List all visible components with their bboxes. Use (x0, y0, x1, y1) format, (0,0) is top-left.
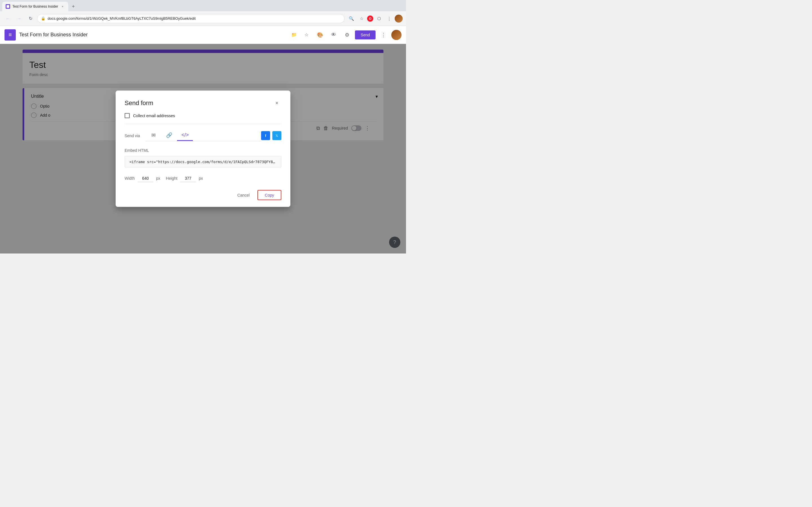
height-group: Height px (166, 174, 203, 182)
tab-title: Test Form for Business Insider (12, 4, 58, 8)
bookmark-icon-button[interactable]: ☆ (357, 14, 366, 23)
send-via-label: Send via (124, 133, 140, 138)
send-form-dialog: Send form × Collect email addresses Send… (116, 91, 290, 207)
forward-icon: → (17, 16, 21, 21)
twitter-share-button[interactable]: 𝕏 (272, 131, 282, 140)
search-icon-button[interactable]: 🔍 (347, 14, 356, 23)
settings-icon-button[interactable]: ⚙ (342, 29, 353, 41)
new-tab-button[interactable]: + (69, 3, 77, 10)
social-icons: f 𝕏 (261, 131, 282, 140)
extensions-icon-button[interactable]: ⬡ (374, 14, 384, 23)
email-icon: ✉ (151, 132, 156, 138)
back-button[interactable]: ← (3, 14, 12, 23)
embed-title: Embed HTML (124, 148, 282, 153)
address-bar[interactable]: 🔒 docs.google.com/forms/d/1rWzGQek_MVKmf… (37, 14, 345, 23)
app-icon: ≡ (4, 29, 16, 41)
facebook-share-button[interactable]: f (261, 131, 270, 140)
more-options-button[interactable]: ⋮ (378, 29, 389, 41)
facebook-icon: f (265, 133, 266, 138)
active-tab[interactable]: Test Form for Business Insider × (2, 2, 68, 11)
cancel-button[interactable]: Cancel (233, 191, 254, 200)
dialog-header: Send form × (124, 99, 282, 108)
send-button[interactable]: Send (355, 31, 375, 40)
dialog-title: Send form (124, 100, 153, 107)
send-via-row: Send via ✉ 🔗 </> f (124, 130, 282, 142)
send-tabs: ✉ 🔗 </> (146, 130, 261, 142)
tab-close-button[interactable]: × (60, 4, 65, 9)
palette-icon-button[interactable]: 🎨 (314, 29, 326, 41)
user-avatar[interactable] (391, 30, 402, 40)
link-icon: 🔗 (166, 132, 172, 138)
collect-email-checkbox[interactable] (124, 113, 130, 118)
address-text: docs.google.com/forms/d/1rWzGQek_MVKmfBL… (48, 16, 341, 20)
width-unit: px (156, 176, 160, 180)
copy-button[interactable]: Copy (257, 190, 282, 200)
close-icon: × (275, 100, 278, 106)
back-icon: ← (6, 16, 10, 21)
app-header: ≡ Test Form for Business Insider 📁 ☆ 🎨 👁… (0, 26, 406, 44)
profile-avatar[interactable] (395, 15, 403, 22)
width-input[interactable] (138, 174, 153, 182)
browser-tabs: Test Form for Business Insider × + (0, 0, 406, 11)
close-dialog-button[interactable]: × (272, 99, 282, 108)
browser-toolbar: ← → ↻ 🔒 docs.google.com/forms/d/1rWzGQek… (0, 11, 406, 26)
height-input[interactable] (180, 174, 196, 182)
browser-frame: Test Form for Business Insider × + ← → ↻… (0, 0, 406, 253)
width-label: Width (124, 176, 135, 180)
send-tab-embed[interactable]: </> (177, 130, 193, 141)
header-icons: 🎨 👁 ⚙ Send ⋮ (314, 29, 402, 41)
height-label: Height (166, 176, 177, 180)
dimensions-row: Width px Height px (124, 174, 282, 182)
refresh-button[interactable]: ↻ (26, 14, 35, 23)
height-unit: px (199, 176, 203, 180)
preview-icon-button[interactable]: 👁 (328, 29, 339, 41)
send-tab-link[interactable]: 🔗 (161, 130, 177, 141)
lock-icon: 🔒 (41, 16, 45, 20)
tab-favicon (6, 4, 10, 9)
embed-section: Embed HTML <iframe src="https://docs.goo… (124, 148, 282, 168)
forms-icon: ≡ (8, 32, 12, 38)
send-tab-email[interactable]: ✉ (146, 130, 161, 141)
dialog-footer: Cancel Copy (124, 190, 282, 200)
folder-icon-button[interactable]: 📁 (290, 31, 299, 40)
forward-button[interactable]: → (15, 14, 24, 23)
twitter-icon: 𝕏 (275, 133, 278, 137)
opera-icon: O (367, 15, 373, 22)
embed-icon: </> (181, 132, 189, 138)
tab-favicon-inner (6, 5, 9, 8)
main-content: Test Form desc Untitle Optio Add o ▾ ⧉ (0, 44, 406, 253)
collect-email-row: Collect email addresses (124, 113, 282, 124)
app-title: Test Form for Business Insider (19, 32, 286, 38)
collect-email-label: Collect email addresses (133, 114, 175, 118)
width-group: Width px (124, 174, 160, 182)
toolbar-icons: 🔍 ☆ O ⬡ ⋮ (347, 14, 403, 23)
more-icon-button[interactable]: ⋮ (385, 14, 394, 23)
refresh-icon: ↻ (29, 16, 33, 21)
star-icon-button[interactable]: ☆ (302, 31, 311, 40)
embed-code-display[interactable]: <iframe src="https://docs.google.com/for… (124, 156, 282, 168)
